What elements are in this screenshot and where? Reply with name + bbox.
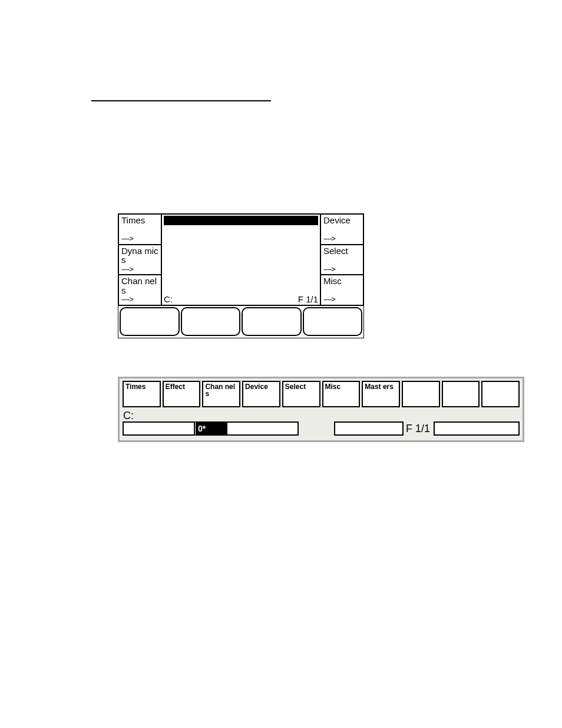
display-cursor-bar (164, 216, 318, 225)
touch-btn-label: Chan nels (205, 383, 235, 398)
touchscreen-panel: Times Effect Chan nels Device Select Mis… (118, 377, 524, 442)
touch-button-row: Times Effect Chan nels Device Select Mis… (123, 381, 520, 407)
page-indicator: F 1/1 (298, 294, 318, 304)
touch-btn-device[interactable]: Device (242, 381, 280, 407)
softkey-label: Select (323, 246, 361, 265)
input-field-3[interactable] (334, 421, 404, 436)
softkey-label: Device (323, 216, 361, 235)
input-field-2[interactable] (226, 421, 299, 436)
touch-btn-times[interactable]: Times (123, 381, 161, 407)
touch-btn-channels[interactable]: Chan nels (202, 381, 240, 407)
touch-btn-label: Times (125, 383, 146, 391)
bottom-softkey-1[interactable] (120, 307, 180, 336)
zero-label: 0* (198, 424, 206, 433)
arrow-icon: ----> (323, 265, 361, 274)
softkey-dynamics[interactable]: Dyna mics ----> (118, 244, 162, 276)
touch-btn-label: Misc (325, 383, 341, 391)
arrow-icon: ----> (121, 295, 159, 304)
arrow-icon: ----> (121, 235, 159, 243)
softkey-panel: Times ----> Dyna mics ----> Chan nels --… (118, 213, 364, 338)
touch-btn-label: Select (285, 383, 306, 391)
softkey-label: Chan nels (121, 276, 159, 295)
command-prompt-label: C: (123, 407, 520, 420)
bottom-softkey-3[interactable] (242, 307, 302, 336)
touch-btn-label: Device (245, 383, 268, 391)
softkey-times[interactable]: Times ----> (118, 213, 162, 245)
touch-btn-label: Effect (166, 383, 185, 391)
softkey-channels[interactable]: Chan nels ----> (118, 274, 162, 306)
command-input-row: 0* F 1/1 (123, 420, 520, 437)
page-indicator: F 1/1 (404, 423, 434, 435)
softkey-label: Times (121, 216, 159, 235)
command-prompt-label: C: (164, 294, 173, 304)
touch-btn-misc[interactable]: Misc (322, 381, 361, 407)
softkey-label: Misc (323, 276, 361, 295)
arrow-icon: ----> (323, 235, 361, 243)
softkey-device[interactable]: Device ----> (320, 213, 364, 245)
softkey-select[interactable]: Select ----> (320, 244, 364, 276)
bottom-softkey-4[interactable] (303, 307, 363, 336)
touch-btn-label: Mast ers (365, 383, 394, 391)
touch-btn-empty-3[interactable] (481, 381, 520, 407)
touch-btn-masters[interactable]: Mast ers (362, 381, 400, 407)
bottom-softkey-2[interactable] (181, 307, 241, 336)
arrow-icon: ----> (323, 295, 361, 304)
touch-btn-effect[interactable]: Effect (163, 381, 201, 407)
horizontal-rule (91, 100, 271, 101)
arrow-icon: ----> (121, 265, 159, 274)
touch-btn-empty-2[interactable] (442, 381, 480, 407)
softkey-right-column: Device ----> Select ----> Misc ----> (320, 214, 363, 305)
softkey-misc[interactable]: Misc ----> (320, 274, 364, 306)
softkey-label: Dyna mics (121, 246, 159, 265)
touch-btn-select[interactable]: Select (282, 381, 320, 407)
input-field-4[interactable] (434, 421, 520, 436)
softkey-left-column: Times ----> Dyna mics ----> Chan nels --… (118, 214, 161, 305)
bottom-softkey-row (118, 305, 363, 338)
zero-indicator: 0* (195, 421, 227, 436)
touch-btn-empty-1[interactable] (402, 381, 440, 407)
input-field-1[interactable] (123, 421, 195, 436)
display-area: C: F 1/1 (161, 213, 320, 306)
